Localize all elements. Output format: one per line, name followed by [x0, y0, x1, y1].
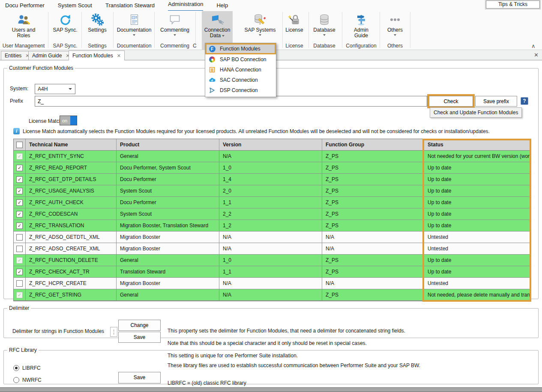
group-label-sap-sync: SAP Sync. — [53, 42, 77, 50]
menu-item-function-modules[interactable]: F Function Modules — [205, 43, 276, 54]
table-row[interactable]: Z_RFC_TRANSLATION Migration Booster, Tra… — [14, 220, 530, 232]
save-rfc-library-button[interactable]: Save — [118, 372, 161, 383]
row-checkbox[interactable] — [16, 223, 23, 229]
menu-item-label: DSP Connection — [220, 87, 258, 93]
cell-status: Up to date — [424, 197, 530, 208]
others-dots-icon — [384, 13, 406, 27]
table-row[interactable]: Z_RFC_CHECK_ACT_TR Translation Steward 1… — [14, 266, 530, 278]
table-row[interactable]: Z_RFC_ADSO_CREATE_XML Migration Booster … — [14, 243, 530, 255]
system-combobox[interactable]: A4H — [35, 84, 75, 94]
librfc-radio[interactable]: LIBRFC — [13, 365, 41, 371]
cell-status: Up to date — [424, 162, 530, 174]
database-button[interactable]: Database — [310, 11, 338, 42]
row-checkbox[interactable] — [16, 199, 23, 206]
row-checkbox[interactable] — [16, 269, 23, 275]
connection-data-dropdown-menu: F Function Modules SAP BO Connection HAN… — [205, 43, 276, 97]
change-delimiter-button[interactable]: Change — [118, 320, 161, 331]
row-checkbox[interactable] — [16, 165, 23, 171]
prefix-input[interactable] — [35, 96, 427, 107]
cell-technical-name: Z_RFC_ENTITY_SYNC — [26, 151, 117, 162]
cell-version: 1_2 — [219, 220, 322, 232]
save-delimiter-button[interactable]: Save — [118, 332, 161, 343]
menu-item-dsp-connection[interactable]: DSP Connection — [205, 85, 276, 95]
tab-admin-guide[interactable]: Admin Guide✕ — [28, 51, 74, 60]
row-checkbox[interactable] — [16, 280, 23, 287]
menu-help[interactable]: Help — [216, 0, 228, 11]
cell-product: General — [117, 289, 219, 301]
col-header-status[interactable]: Status — [424, 139, 530, 151]
cell-status: Not needed, please delete manually and t… — [424, 289, 530, 301]
menu-item-sap-bo-connection[interactable]: SAP BO Connection — [205, 54, 276, 65]
cell-version: 2_0 — [219, 185, 322, 197]
row-checkbox[interactable] — [16, 257, 23, 264]
save-prefix-button[interactable]: Save prefix — [475, 96, 517, 107]
menu-system-scout[interactable]: System Scout — [58, 0, 92, 11]
tab-close-icon[interactable]: ✕ — [117, 53, 121, 58]
cell-version: N/A — [219, 278, 322, 289]
license-button[interactable]: License — [284, 11, 305, 42]
table-row[interactable]: Z_RFC_READ_REPORT Docu Performer, System… — [14, 162, 530, 174]
menu-item-sac-connection[interactable]: SAC Connection — [205, 75, 276, 85]
cell-version: 1_0 — [219, 255, 322, 266]
fm-table-body: Z_RFC_ENTITY_SYNC General N/A Z_PS Not n… — [14, 151, 530, 301]
cell-function-group: Z_PS — [322, 197, 424, 208]
row-checkbox[interactable] — [16, 188, 23, 194]
librfc-label: LIBRFC — [22, 365, 41, 371]
others-button[interactable]: Others — [384, 11, 406, 42]
cell-function-group: Z_PS — [322, 220, 424, 232]
tabstrip-close-icon[interactable]: ✕ — [534, 52, 539, 58]
group-label-connections-partial: C — [193, 42, 197, 50]
admin-guide-button[interactable]: Admin Guide — [348, 11, 374, 42]
menu-administration[interactable]: Administration — [168, 0, 203, 12]
settings-label: Settings — [88, 27, 106, 33]
delimiter-value-box[interactable]: ¦ — [110, 327, 117, 337]
row-checkbox[interactable] — [16, 292, 23, 298]
help-icon[interactable]: ? — [521, 97, 528, 105]
menu-item-hana-connection[interactable]: HANA Connection — [205, 65, 276, 75]
sap-systems-button[interactable]: SAP Systems — [240, 11, 280, 42]
commenting-button[interactable]: Commenting — [156, 11, 194, 42]
menu-item-label: HANA Connection — [220, 67, 261, 73]
table-row[interactable]: Z_RFC_CODESCAN System Scout 2_2 Z_PS Up … — [14, 208, 530, 220]
table-row[interactable]: Z_RFC_AUTH_CHECK Docu Performer 1_1 Z_PS… — [14, 197, 530, 208]
check-button[interactable]: Check — [429, 96, 473, 107]
col-header-technical-name[interactable]: Technical Name — [26, 139, 117, 151]
row-checkbox[interactable] — [16, 211, 23, 217]
chevron-down-icon — [222, 35, 225, 37]
users-roles-label: Users and Roles — [12, 27, 36, 39]
sap-sync-button[interactable]: SAP Sync. — [51, 11, 79, 42]
col-header-product[interactable]: Product — [117, 139, 219, 151]
col-header-version[interactable]: Version — [219, 139, 322, 151]
menu-docu-performer[interactable]: Docu Performer — [5, 0, 45, 11]
settings-button[interactable]: Settings — [84, 11, 111, 42]
row-checkbox[interactable] — [16, 246, 23, 252]
nwrfc-radio[interactable]: NWRFC — [13, 377, 42, 383]
table-row[interactable]: Z_RFC_ADSO_GETDTL_XML Migration Booster … — [14, 232, 530, 243]
menu-translation-steward[interactable]: Translation Steward — [105, 0, 155, 11]
database-label: Database — [313, 27, 335, 33]
users-roles-button[interactable]: Users and Roles — [9, 11, 38, 42]
row-checkbox[interactable] — [16, 176, 23, 183]
table-row[interactable]: Z_RFC_HCPR_CREATE Migration Booster N/A … — [14, 278, 530, 289]
commenting-label: Commenting — [160, 27, 189, 33]
license-match-toggle[interactable]: on — [60, 116, 77, 125]
table-row[interactable]: Z_RFC_GET_STRING General N/A Z_PS Not ne… — [14, 289, 530, 301]
table-row[interactable]: Z_RFC_FUNCTION_DELETE General 1_0 Z_PS U… — [14, 255, 530, 266]
cell-technical-name: Z_RFC_AUTH_CHECK — [26, 197, 117, 208]
row-checkbox[interactable] — [16, 234, 23, 241]
row-checkbox[interactable] — [16, 153, 23, 160]
tab-function-modules[interactable]: Function Modules✕ — [69, 50, 125, 60]
documentation-icon — [115, 13, 153, 27]
prefix-label: Prefix — [10, 98, 23, 104]
sap-systems-icon — [240, 13, 280, 27]
table-row[interactable]: Z_RFC_GET_DTP_DETAILS Docu Performer 1_4… — [14, 174, 530, 185]
cell-function-group: N/A — [322, 243, 424, 255]
col-header-function-group[interactable]: Function Group — [322, 139, 424, 151]
tips-and-tricks-button[interactable]: Tips & Tricks — [486, 0, 540, 9]
table-row[interactable]: Z_RFC_ENTITY_SYNC General N/A Z_PS Not n… — [14, 151, 530, 162]
ribbon-collapse-chevron-icon[interactable]: ∧ — [531, 43, 536, 49]
documentation-button[interactable]: Documentation — [115, 11, 153, 42]
rfc-library-intro: These library files are used to establis… — [168, 362, 420, 369]
select-all-checkbox[interactable] — [16, 142, 23, 148]
table-row[interactable]: Z_RFC_USAGE_ANALYSIS System Scout 2_0 Z_… — [14, 185, 530, 197]
